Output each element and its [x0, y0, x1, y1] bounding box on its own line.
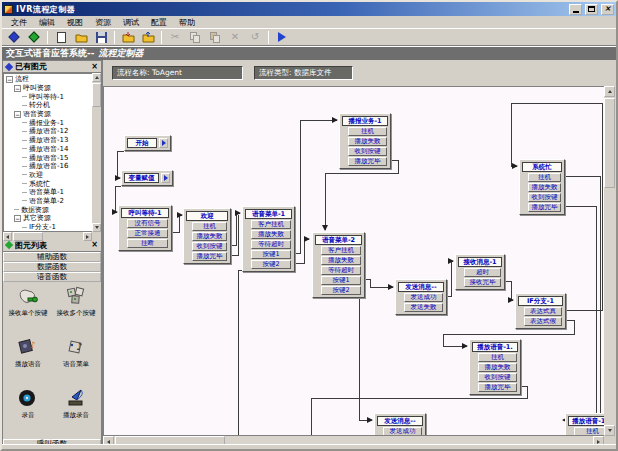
palette-item-2[interactable]: ♪播放语音	[4, 337, 52, 388]
flow-node-7[interactable]: 语音菜单-2客户挂机播放失败等待超时按键1按键2	[312, 232, 365, 298]
panel-close-icon[interactable]: ×	[91, 63, 98, 71]
new-button[interactable]	[51, 30, 71, 45]
menu-item-4[interactable]: 调试	[117, 17, 145, 28]
node-output[interactable]: 按键2	[321, 286, 361, 295]
panel-close-icon[interactable]: ×	[91, 241, 98, 249]
node-output[interactable]: 收到按键	[348, 147, 387, 156]
menu-item-0[interactable]: 文件	[5, 17, 33, 28]
node-output[interactable]: 表达式假	[524, 317, 562, 326]
node-output[interactable]: 播放完毕	[478, 383, 517, 392]
minimize-button[interactable]	[569, 4, 582, 15]
node-output[interactable]: 挂机	[192, 222, 227, 231]
node-output[interactable]: 挂机	[528, 173, 561, 182]
tree-expander-icon[interactable]: −	[14, 111, 21, 118]
node-output[interactable]: 播放失败	[251, 230, 291, 239]
tree-vscroll[interactable]	[92, 73, 101, 232]
toggle-element-list-button[interactable]	[24, 30, 44, 45]
node-title[interactable]: 播放语音-1.	[568, 416, 604, 426]
open-button[interactable]	[71, 30, 91, 45]
node-output[interactable]: 播放失败	[348, 137, 387, 146]
node-output[interactable]: 超时	[464, 268, 501, 277]
undo-button[interactable]: ↺	[245, 30, 265, 45]
node-output[interactable]: 挂断	[127, 239, 168, 248]
close-button[interactable]: ×	[601, 4, 614, 15]
node-title[interactable]: 欢迎	[186, 211, 228, 221]
node-output[interactable]: 挂机	[478, 353, 517, 362]
flow-node-6[interactable]: 系统忙挂机播放失败收到按键播放完毕	[519, 159, 565, 215]
function-group-button-1[interactable]: 数据函数	[3, 262, 101, 272]
tree-expander-icon[interactable]: −	[14, 215, 21, 222]
node-output[interactable]: 发送成功	[404, 293, 443, 302]
flow-node-8[interactable]: 发送消息--发送成功发送失败	[395, 279, 447, 315]
node-output[interactable]: 播放失败	[321, 256, 361, 265]
node-title[interactable]: 接收消息-1	[458, 257, 502, 267]
node-output[interactable]: 正常接通	[127, 229, 168, 238]
tree-expander-icon[interactable]: −	[14, 85, 21, 92]
node-output[interactable]: 等待超时	[321, 266, 361, 275]
node-output[interactable]: 按键1	[321, 276, 361, 285]
copy-button[interactable]	[185, 30, 205, 45]
node-output[interactable]: 挂机	[574, 427, 604, 436]
flow-node-3[interactable]: 欢迎挂机播放失败收到按键播放完毕	[183, 208, 231, 264]
node-title[interactable]: 呼叫等待-1	[121, 208, 169, 218]
node-title[interactable]: 语音菜单-2	[315, 235, 362, 245]
node-title[interactable]: 语音菜单-1	[245, 209, 292, 219]
node-title[interactable]: 播报业务-1	[342, 116, 388, 126]
save-button[interactable]	[91, 30, 111, 45]
import-flow-button[interactable]	[118, 30, 138, 45]
node-title[interactable]: 发送消息--	[398, 282, 444, 292]
node-output[interactable]: 播放失败	[192, 232, 227, 241]
palette-item-0[interactable]: 接收单个按键	[4, 286, 52, 337]
node-output[interactable]: 播放完毕	[348, 157, 387, 166]
node-title[interactable]: 发送消息--	[377, 416, 423, 426]
node-output[interactable]: 收到按键	[528, 193, 561, 202]
toggle-existing-elements-button[interactable]	[4, 30, 24, 45]
menu-item-5[interactable]: 配置	[145, 17, 173, 28]
paste-button[interactable]	[205, 30, 225, 45]
node-output[interactable]: 接收完毕	[464, 278, 501, 287]
flow-canvas[interactable]: 开始变量赋值呼叫等待-1没有信号正常接通挂断欢迎挂机播放失败收到按键播放完毕语音…	[103, 86, 604, 436]
function-group-button-0[interactable]: 辅助函数	[3, 252, 101, 262]
node-output[interactable]: 按键2	[251, 260, 291, 269]
node-output[interactable]: 收到按键	[192, 242, 227, 251]
node-output[interactable]: 播放完毕	[192, 252, 227, 261]
node-output[interactable]: 没有信号	[127, 219, 168, 228]
palette-item-1[interactable]: 接收多个按键	[52, 286, 100, 337]
tree-item-17[interactable]: IF分支-1	[4, 223, 92, 232]
node-output[interactable]: 播放完毕	[528, 203, 561, 212]
menu-item-1[interactable]: 编辑	[33, 17, 61, 28]
tree-hscroll[interactable]	[3, 232, 92, 241]
node-output[interactable]: 发送成功	[383, 427, 422, 436]
flow-node-5[interactable]: 播报业务-1挂机播放失败收到按键播放完毕	[339, 113, 391, 169]
palette-item-5[interactable]: 播放录音	[52, 388, 100, 439]
node-title[interactable]: IF分支-1	[518, 296, 563, 306]
node-output[interactable]: 等待超时	[251, 240, 291, 249]
node-title[interactable]: 系统忙	[522, 162, 562, 172]
flow-node-9[interactable]: 接收消息-1超时接收完毕	[455, 254, 505, 290]
run-button[interactable]	[272, 30, 292, 45]
flow-node-2[interactable]: 呼叫等待-1没有信号正常接通挂断	[118, 205, 172, 251]
cut-button[interactable]: ✂	[165, 30, 185, 45]
node-title[interactable]: 播放语音-1.	[472, 342, 518, 352]
node-expand-button[interactable]	[159, 138, 168, 148]
flow-node-13[interactable]: 播放语音-1.挂机播放失败收到按键	[565, 413, 604, 436]
palette-item-4[interactable]: 录音	[4, 388, 52, 439]
flow-node-10[interactable]: IF分支-1表达式真表达式假	[515, 293, 566, 329]
flow-node-4[interactable]: 语音菜单-1客户挂机播放失败等待超时按键1按键2	[242, 206, 295, 272]
flow-node-12[interactable]: 发送消息--发送成功发送失败	[374, 413, 426, 436]
function-group-button-2[interactable]: 语音函数	[3, 272, 101, 282]
menu-item-2[interactable]: 视图	[61, 17, 89, 28]
tree-expander-icon[interactable]: −	[6, 76, 13, 83]
export-flow-button[interactable]	[138, 30, 158, 45]
node-output[interactable]: 客户挂机	[251, 220, 291, 229]
delete-button[interactable]: ✕	[225, 30, 245, 45]
restore-button[interactable]	[585, 4, 598, 15]
flow-node-11[interactable]: 播放语音-1.挂机播放失败收到按键播放完毕	[469, 339, 521, 395]
palette-item-3[interactable]: ♪语音菜单	[52, 337, 100, 388]
node-output[interactable]: 按键1	[251, 250, 291, 259]
tree-item-10[interactable]: 播放语音-16	[4, 162, 92, 171]
node-title[interactable]: 变量赋值	[124, 173, 159, 183]
node-output[interactable]: 挂机	[348, 127, 387, 136]
flow-node-0[interactable]: 开始	[124, 135, 171, 151]
node-output[interactable]: 收到按键	[478, 373, 517, 382]
